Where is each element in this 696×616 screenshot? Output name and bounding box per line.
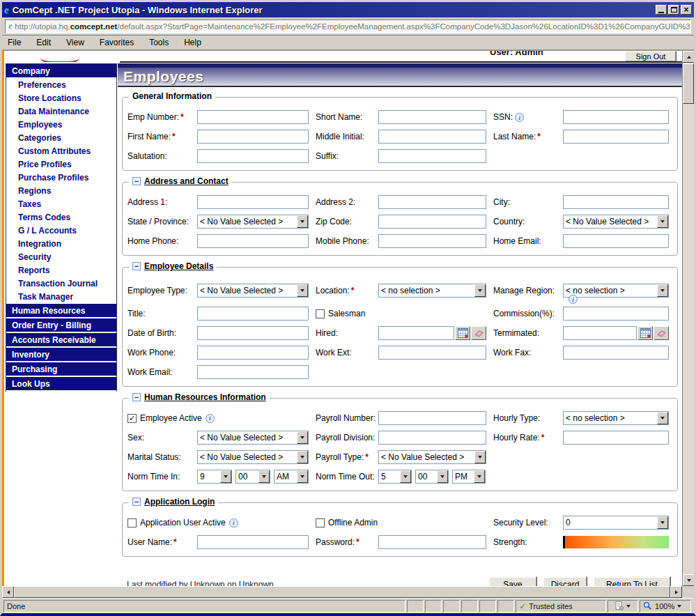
application-user-active-checkbox[interactable] <box>127 518 137 528</box>
sidebar-section-inventory[interactable]: Inventory <box>6 348 116 362</box>
hired-calendar-button[interactable] <box>455 326 470 340</box>
work-phone-input[interactable] <box>197 346 309 360</box>
collapse-icon[interactable]: − <box>132 262 141 270</box>
work-fax-input[interactable] <box>563 346 669 360</box>
emp-number-input[interactable] <box>197 110 309 124</box>
return-to-list-button[interactable]: Return To List <box>593 576 671 586</box>
ssn-input[interactable] <box>563 110 669 124</box>
sidebar-section-accounts-receivable[interactable]: Accounts Receivable <box>6 333 116 348</box>
manage-region-info-icon[interactable]: i <box>569 295 578 304</box>
application-user-active-info-icon[interactable]: i <box>229 518 238 528</box>
sign-out-button[interactable]: Sign Out <box>625 51 676 62</box>
sidebar-section-look-ups[interactable]: Look Ups <box>6 377 116 392</box>
scroll-left-button[interactable] <box>2 586 14 598</box>
time-in-minute-select[interactable]: 00 <box>235 470 270 484</box>
hired-input[interactable] <box>378 326 454 340</box>
address2-input[interactable] <box>378 195 486 209</box>
first-name-input[interactable] <box>197 130 309 144</box>
sidebar-item-task-manager[interactable]: Task Manager <box>6 291 116 304</box>
sidebar-item-data-maintenance[interactable]: Data Maintenance <box>6 105 116 118</box>
minimize-button[interactable] <box>656 5 667 15</box>
user-name-input[interactable] <box>197 535 309 549</box>
time-in-hour-select[interactable]: 9 <box>197 470 232 484</box>
protected-mode-indicator[interactable] <box>608 600 638 613</box>
section-hr-title[interactable]: Human Resources Information <box>144 392 266 402</box>
vertical-scrollbar[interactable] <box>682 51 694 586</box>
sidebar-section-purchasing[interactable]: Purchasing <box>6 362 116 377</box>
zoom-control[interactable]: 100% <box>640 600 691 613</box>
horizontal-scrollbar[interactable] <box>2 586 682 598</box>
section-details-title[interactable]: Employee Details <box>144 261 213 271</box>
hired-clear-button[interactable] <box>471 326 486 340</box>
close-button[interactable]: × <box>681 5 692 15</box>
maximize-button[interactable] <box>668 5 679 15</box>
horizontal-scroll-thumb[interactable] <box>14 586 670 598</box>
sidebar-section-order-entry-billing[interactable]: Order Entry - Billing <box>6 318 116 333</box>
vertical-scroll-thumb[interactable] <box>683 63 694 104</box>
employee-type-select[interactable]: < No Value Selected > <box>197 284 309 298</box>
sidebar-item-custom-attributes[interactable]: Custom Attributes <box>6 145 116 158</box>
location-select[interactable]: < no selection > <box>378 284 486 298</box>
time-out-hour-select[interactable]: 5 <box>378 470 412 484</box>
sidebar-item-employees[interactable]: Employees <box>6 118 116 132</box>
sidebar-item-integration[interactable]: Integration <box>6 238 116 251</box>
last-name-input[interactable] <box>563 130 669 144</box>
sidebar-item-transaction-journal[interactable]: Transaction Journal <box>6 277 116 291</box>
menu-help[interactable]: Help <box>184 38 201 47</box>
home-phone-input[interactable] <box>197 234 309 248</box>
menu-tools[interactable]: Tools <box>149 38 169 47</box>
terminated-input[interactable] <box>563 326 637 340</box>
scroll-right-button[interactable] <box>670 586 682 598</box>
middle-initial-input[interactable] <box>378 130 486 144</box>
sidebar-item-categories[interactable]: Categories <box>6 132 116 145</box>
offline-admin-checkbox[interactable] <box>316 518 325 528</box>
state-select[interactable]: < No Value Selected > <box>197 215 309 229</box>
dob-input[interactable] <box>197 326 309 340</box>
scroll-down-button[interactable] <box>683 574 694 586</box>
payroll-number-input[interactable] <box>378 411 486 425</box>
menu-favorites[interactable]: Favorites <box>100 38 134 47</box>
zip-input[interactable] <box>378 215 486 229</box>
sidebar-item-security[interactable]: Security <box>6 251 116 264</box>
sidebar-item-gl-accounts[interactable]: G / L Accounts <box>6 224 116 238</box>
sidebar-item-taxes[interactable]: Taxes <box>6 198 116 211</box>
city-input[interactable] <box>563 195 669 209</box>
sidebar-item-price-profiles[interactable]: Price Profiles <box>6 158 116 171</box>
menu-file[interactable]: File <box>8 38 21 47</box>
sidebar-item-reports[interactable]: Reports <box>6 264 116 277</box>
salesman-checkbox[interactable] <box>316 309 325 318</box>
sex-select[interactable]: < No Value Selected > <box>197 431 309 445</box>
collapse-icon[interactable]: − <box>132 498 141 506</box>
work-email-input[interactable] <box>197 365 309 379</box>
employee-active-info-icon[interactable]: i <box>206 414 215 423</box>
hourly-rate-input[interactable] <box>563 431 669 445</box>
section-address-title[interactable]: Address and Contact <box>144 176 229 186</box>
sidebar-section-human-resources[interactable]: Human Resources <box>6 304 116 318</box>
password-input[interactable] <box>378 535 486 549</box>
mobile-phone-input[interactable] <box>378 234 486 248</box>
sidebar-item-regions[interactable]: Regions <box>6 185 116 198</box>
scroll-up-button[interactable] <box>683 51 694 63</box>
discard-button[interactable]: Discard <box>543 576 587 586</box>
security-level-select[interactable]: 0 <box>563 516 669 530</box>
sidebar-item-purchase-profiles[interactable]: Purchase Profiles <box>6 171 116 185</box>
commission-input[interactable] <box>563 307 669 321</box>
country-select[interactable]: < No Value Selected > <box>563 215 669 229</box>
time-in-ampm-select[interactable]: AM <box>274 470 309 484</box>
home-email-input[interactable] <box>563 234 669 248</box>
menu-edit[interactable]: Edit <box>36 38 51 47</box>
address1-input[interactable] <box>197 195 309 209</box>
time-out-minute-select[interactable]: 00 <box>415 470 449 484</box>
collapse-icon[interactable]: − <box>132 393 141 401</box>
menu-view[interactable]: View <box>66 38 84 47</box>
suffix-input[interactable] <box>378 149 486 163</box>
marital-status-select[interactable]: < No Value Selected > <box>197 450 309 464</box>
hourly-type-select[interactable]: < no selection > <box>563 411 669 425</box>
payroll-division-input[interactable] <box>378 431 486 445</box>
section-login-title[interactable]: Application Login <box>144 497 215 507</box>
time-out-ampm-select[interactable]: PM <box>452 470 486 484</box>
sidebar-item-terms-codes[interactable]: Terms Codes <box>6 211 116 224</box>
sidebar-item-preferences[interactable]: Preferences <box>6 79 116 92</box>
address-input[interactable]: e http://utopia.hq.comcept.net/default.a… <box>5 20 691 33</box>
employee-active-checkbox[interactable]: ✓ <box>127 414 137 423</box>
